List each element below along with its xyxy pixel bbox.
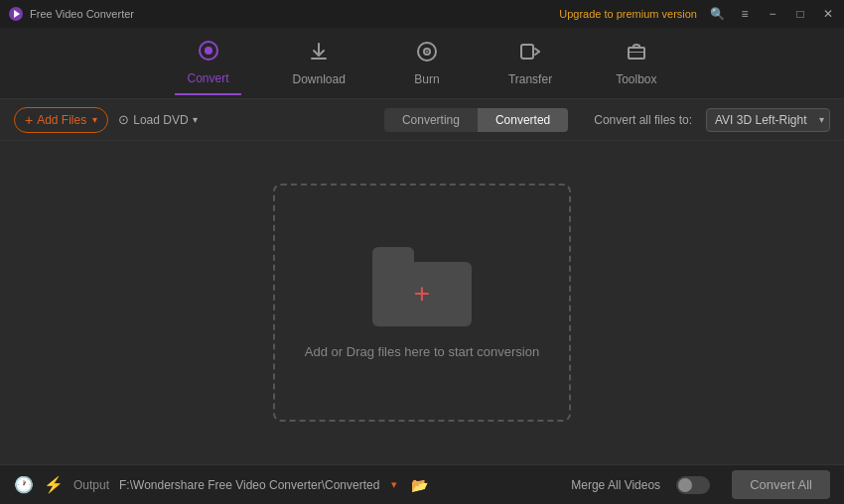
toggle-knob	[678, 478, 692, 492]
search-icon[interactable]: 🔍	[709, 7, 725, 21]
folder-body: +	[372, 262, 472, 326]
tab-converted[interactable]: Converted	[478, 108, 568, 132]
convert-all-label: Convert all files to:	[594, 113, 692, 127]
menu-icon[interactable]: ≡	[737, 7, 753, 21]
nav-label-download: Download	[293, 72, 346, 86]
drop-zone-hint: Add or Drag files here to start conversi…	[305, 344, 539, 359]
nav-label-burn: Burn	[414, 72, 439, 86]
title-bar: Free Video Converter Upgrade to premium …	[0, 0, 844, 28]
nav-item-convert[interactable]: Convert	[175, 32, 240, 95]
app-logo	[8, 6, 24, 22]
add-files-label: Add Files	[37, 113, 86, 127]
output-label: Output	[73, 478, 109, 492]
folder-plus-icon: +	[414, 280, 430, 308]
load-dvd-label: Load DVD	[133, 113, 188, 127]
convert-all-button[interactable]: Convert All	[732, 470, 830, 499]
download-icon	[308, 41, 330, 68]
toolbox-icon	[626, 41, 647, 68]
title-bar-left: Free Video Converter	[8, 6, 134, 22]
convert-icon	[198, 40, 219, 67]
load-dvd-button[interactable]: ⊙ Load DVD ▾	[118, 112, 197, 127]
close-button[interactable]: ✕	[820, 7, 836, 21]
folder-icon: +	[372, 247, 472, 326]
main-content: + Add or Drag files here to start conver…	[0, 141, 844, 464]
tab-group: Converting Converted	[384, 108, 568, 132]
transfer-icon	[519, 41, 541, 68]
add-files-dropdown-arrow: ▾	[92, 114, 97, 125]
merge-all-label: Merge All Videos	[571, 478, 660, 492]
format-select[interactable]: AVI 3D Left-Right	[706, 108, 830, 132]
output-path: F:\Wondershare Free Video Converter\Conv…	[119, 478, 379, 492]
nav-label-toolbox: Toolbox	[616, 72, 656, 86]
svg-point-3	[205, 47, 212, 55]
title-bar-right: Upgrade to premium version 🔍 ≡ − □ ✕	[559, 7, 836, 21]
svg-point-7	[426, 51, 428, 53]
nav-item-burn[interactable]: Burn	[397, 33, 457, 94]
toolbar: + Add Files ▾ ⊙ Load DVD ▾ Converting Co…	[0, 99, 844, 141]
nav-item-transfer[interactable]: Transfer	[496, 33, 564, 94]
folder-open-icon[interactable]: 📂	[411, 477, 428, 493]
add-files-button[interactable]: + Add Files ▾	[14, 107, 108, 133]
burn-icon	[416, 41, 438, 68]
status-bar: 🕐 ⚡ Output F:\Wondershare Free Video Con…	[0, 464, 844, 504]
app-title-text: Free Video Converter	[30, 8, 134, 20]
nav-item-toolbox[interactable]: Toolbox	[604, 33, 668, 94]
bolt-icon[interactable]: ⚡	[44, 475, 64, 494]
svg-rect-8	[521, 45, 533, 59]
tab-converting[interactable]: Converting	[384, 108, 478, 132]
clock-icon[interactable]: 🕐	[14, 475, 34, 494]
upgrade-link[interactable]: Upgrade to premium version	[559, 8, 697, 20]
svg-rect-12	[629, 52, 644, 53]
format-select-wrap: AVI 3D Left-Right	[702, 108, 830, 132]
merge-toggle[interactable]	[676, 476, 710, 494]
nav-label-transfer: Transfer	[508, 72, 552, 86]
minimize-button[interactable]: −	[765, 7, 780, 21]
svg-rect-11	[629, 48, 644, 59]
svg-line-10	[535, 52, 539, 55]
nav-item-download[interactable]: Download	[281, 33, 357, 94]
dvd-icon: ⊙	[118, 112, 129, 127]
plus-icon: +	[25, 112, 33, 128]
drop-zone[interactable]: + Add or Drag files here to start conver…	[273, 184, 571, 422]
nav-bar: Convert Download Burn Tran	[0, 28, 844, 99]
load-dvd-dropdown-arrow: ▾	[193, 114, 198, 125]
maximize-button[interactable]: □	[792, 7, 808, 21]
nav-label-convert: Convert	[187, 71, 228, 85]
output-path-dropdown[interactable]: ▾	[391, 478, 397, 491]
